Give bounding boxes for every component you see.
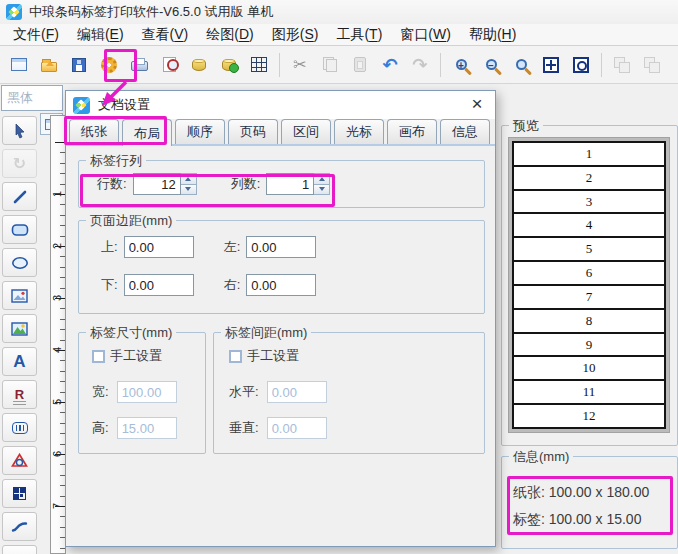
height-input (117, 417, 177, 439)
size-manual-label: 手工设置 (110, 347, 162, 365)
ungroup-objects-icon (644, 57, 660, 73)
open-file-button[interactable] (36, 51, 62, 79)
new-document-button[interactable] (6, 51, 32, 79)
menu-item[interactable]: 编辑(E) (68, 26, 133, 44)
ellipse-tool-button[interactable] (2, 248, 37, 277)
toolbar-separator (601, 53, 602, 77)
dialog-title: 文档设置 (98, 96, 150, 114)
close-icon[interactable]: × (464, 92, 490, 116)
margin-bottom-label: 下: (101, 276, 118, 294)
window-titlebar: 中琅条码标签打印软件-V6.5.0 试用版 单机 (0, 0, 678, 25)
toolbar-separator (279, 53, 280, 77)
margin-top-input[interactable] (124, 236, 194, 258)
rows-spin-down-button[interactable] (181, 184, 196, 195)
dialog-tab[interactable]: 信息 (440, 119, 490, 144)
dialog-tab[interactable]: 布局 (122, 119, 172, 146)
save-button[interactable] (66, 51, 92, 79)
arc-tool-button[interactable] (2, 545, 37, 554)
open-folder-icon (41, 62, 57, 72)
preview-group-title: 预览 (509, 117, 543, 135)
dialog-tab[interactable]: 页码 (228, 119, 278, 144)
menu-bar: 文件(F)编辑(E)查看(V)绘图(D)图形(S)工具(T)窗口(W)帮助(H) (0, 24, 678, 46)
dialog-tab[interactable]: 顺序 (175, 119, 225, 144)
vertical-ruler: 1234567 (50, 115, 66, 554)
barcode-tool-button[interactable] (2, 413, 37, 442)
fit-selection-button[interactable] (568, 51, 594, 79)
menu-item[interactable]: 文件(F) (4, 26, 68, 44)
undo-button[interactable]: ↶ (377, 51, 403, 79)
dialog-titlebar: 文档设置 × (66, 91, 495, 119)
fit-selection-icon (573, 57, 589, 73)
print-button[interactable] (126, 51, 152, 79)
database-icon (192, 59, 206, 71)
label-size-info: 标签: 100.00 x 15.00 (502, 506, 677, 533)
menu-item[interactable]: 绘图(D) (197, 26, 262, 44)
rotate-icon: ↻ (13, 156, 26, 172)
cols-input[interactable] (266, 173, 314, 195)
database-button[interactable] (186, 51, 212, 79)
margin-bottom-input[interactable] (124, 274, 194, 296)
horizontal-gap-input (267, 381, 327, 403)
cursor-arrow-icon (12, 123, 28, 139)
label-preview-frame: 123456789101112 (508, 137, 670, 433)
zoom-in-button[interactable]: + (448, 51, 474, 79)
printer-icon (131, 58, 148, 72)
logo-triangle-icon (11, 453, 28, 468)
menu-item[interactable]: 工具(T) (327, 26, 391, 44)
zoom-button[interactable] (508, 51, 534, 79)
preview-label-cell: 1 (514, 143, 664, 167)
dialog-tab[interactable]: 区间 (281, 119, 331, 144)
zoom-out-button[interactable]: − (478, 51, 504, 79)
curve-icon (11, 520, 28, 533)
menu-item[interactable]: 帮助(H) (460, 26, 525, 44)
rowcol-group-title: 标签行列 (86, 152, 146, 170)
dialog-tab[interactable]: 光标 (334, 119, 384, 144)
rowcol-group: 标签行列 行数: 列数: (78, 160, 485, 208)
rows-spinner (133, 173, 197, 195)
select-tool-button[interactable] (2, 116, 37, 145)
gap-manual-checkbox[interactable] (229, 350, 242, 363)
cols-spinner (266, 173, 330, 195)
menu-item[interactable]: 查看(V) (133, 26, 198, 44)
grid-toggle-button[interactable] (246, 51, 272, 79)
magnifier-icon (516, 59, 527, 70)
main-toolbar: ✂ ↶ ↷ + − (0, 46, 678, 84)
toolbar-separator (440, 53, 441, 77)
cut-button: ✂ (287, 51, 313, 79)
margins-group-title: 页面边距(mm) (86, 212, 176, 230)
margin-right-input[interactable] (246, 274, 316, 296)
bring-forward-button (609, 51, 635, 79)
rows-spin-up-button[interactable] (181, 174, 196, 184)
database-connect-button[interactable] (216, 51, 242, 79)
info-group: 信息(mm) 纸张: 100.00 x 180.00 标签: 100.00 x … (501, 456, 678, 549)
fit-window-button[interactable] (538, 51, 564, 79)
size-manual-checkbox[interactable] (92, 350, 105, 363)
curve-tool-button[interactable] (2, 512, 37, 541)
preview-label-cell: 10 (514, 357, 664, 381)
preview-label-cell: 5 (514, 238, 664, 262)
preview-label-cell: 4 (514, 214, 664, 238)
cols-spin-up-button[interactable] (314, 174, 329, 184)
dialog-tab[interactable]: 画布 (387, 119, 437, 144)
scissors-icon: ✂ (293, 57, 306, 73)
margin-left-input[interactable] (246, 236, 316, 258)
new-document-icon (11, 58, 27, 71)
info-group-title: 信息(mm) (509, 448, 573, 466)
application-window: 中琅条码标签打印软件-V6.5.0 试用版 单机 文件(F)编辑(E)查看(V)… (0, 0, 678, 554)
barcode-icon (12, 422, 28, 434)
fit-window-icon (543, 57, 559, 73)
text-icon: A (13, 353, 25, 370)
dialog-logo-icon (73, 97, 90, 114)
dialog-tab[interactable]: 纸张 (69, 119, 119, 144)
print-preview-button[interactable] (156, 51, 182, 79)
picture-color-tool-button[interactable] (2, 314, 37, 343)
page-setup-button[interactable] (96, 51, 122, 79)
menu-item[interactable]: 窗口(W) (391, 26, 460, 44)
rows-input[interactable] (133, 173, 181, 195)
cols-spin-down-button[interactable] (314, 184, 329, 195)
database-check-icon (222, 59, 236, 71)
zoom-out-icon: − (486, 59, 497, 70)
menu-item[interactable]: 图形(S) (263, 26, 328, 44)
font-family-combobox[interactable]: 黑体 (1, 85, 63, 111)
rows-label: 行数: (97, 175, 127, 193)
